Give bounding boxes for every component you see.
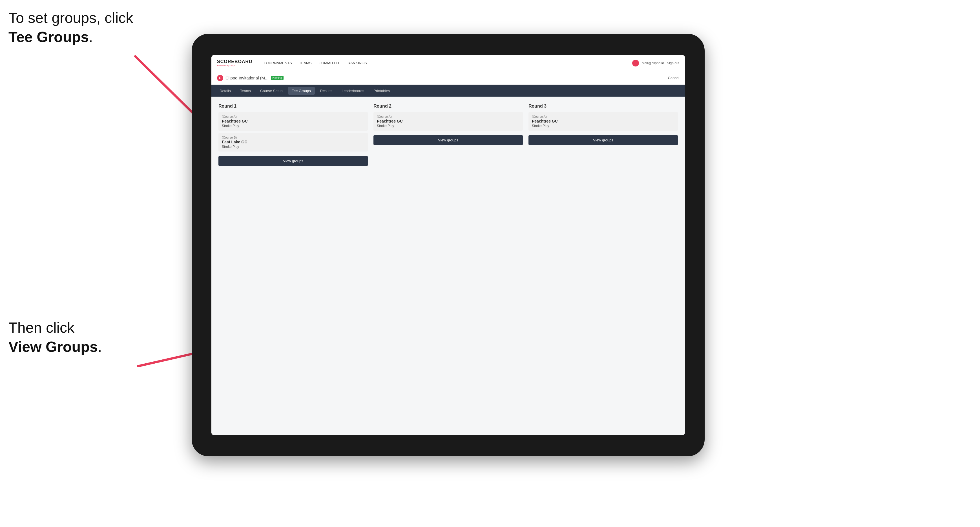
round-2-course-a-name: Peachtree GC <box>377 119 519 123</box>
round-2-view-groups-button[interactable]: View groups <box>374 135 523 145</box>
round-1-course-a: (Course A) Peachtree GC Stroke Play <box>218 112 368 131</box>
c-logo: C <box>217 75 223 81</box>
nav-links: TOURNAMENTS TEAMS COMMITTEE RANKINGS <box>261 60 627 66</box>
round-1-course-b-label: (Course B) <box>222 136 364 139</box>
round-2-course-a-label: (Course A) <box>377 115 519 118</box>
cancel-button[interactable]: Cancel <box>668 76 679 80</box>
round-1-view-groups-button[interactable]: View groups <box>218 156 368 166</box>
logo-text: SCOREBOARD <box>217 59 253 64</box>
tab-tee-groups[interactable]: Tee Groups <box>288 87 315 95</box>
tab-bar: Details Teams Course Setup Tee Groups Re… <box>212 85 685 97</box>
tab-details[interactable]: Details <box>216 87 235 95</box>
nav-rankings[interactable]: RANKINGS <box>345 60 370 66</box>
instruction-line1: To set groups, click <box>8 10 133 26</box>
tab-printables[interactable]: Printables <box>369 87 394 95</box>
round-3-view-groups-button[interactable]: View groups <box>528 135 678 145</box>
top-nav-right: blair@clippd.io Sign out <box>632 60 679 67</box>
tab-course-setup[interactable]: Course Setup <box>256 87 286 95</box>
nav-committee[interactable]: COMMITTEE <box>316 60 344 66</box>
round-1-course-b: (Course B) East Lake GC Stroke Play <box>218 133 368 152</box>
instruction-top: To set groups, click Tee Groups. <box>8 8 133 46</box>
tablet-screen: SCOREBOARD Powered by clippit TOURNAMENT… <box>212 55 685 435</box>
instruction-view-groups: View Groups <box>8 338 98 355</box>
main-content: Round 1 (Course A) Peachtree GC Stroke P… <box>212 97 685 435</box>
round-3-course-a-name: Peachtree GC <box>532 119 675 123</box>
logo-sub: Powered by clippit <box>217 64 253 67</box>
logo-area: SCOREBOARD Powered by clippit <box>217 59 253 67</box>
nav-teams[interactable]: TEAMS <box>296 60 315 66</box>
round-2-column: Round 2 (Course A) Peachtree GC Stroke P… <box>374 104 523 166</box>
round-1-course-a-label: (Course A) <box>222 115 364 118</box>
instruction-line3: Then click <box>8 319 75 336</box>
round-3-course-a: (Course A) Peachtree GC Stroke Play <box>528 112 678 131</box>
nav-tournaments[interactable]: TOURNAMENTS <box>261 60 295 66</box>
round-1-column: Round 1 (Course A) Peachtree GC Stroke P… <box>218 104 368 166</box>
instruction-bottom: Then click View Groups. <box>8 318 102 356</box>
round-1-course-b-format: Stroke Play <box>222 145 364 149</box>
round-1-title: Round 1 <box>218 104 368 109</box>
tournament-bar: C Clippd Invitational (M... Hosting Canc… <box>212 71 685 85</box>
round-3-title: Round 3 <box>528 104 678 109</box>
user-avatar <box>632 60 639 67</box>
round-3-course-a-format: Stroke Play <box>532 124 675 128</box>
tablet-device: SCOREBOARD Powered by clippit TOURNAMENT… <box>192 34 705 456</box>
hosting-badge: Hosting <box>271 76 284 80</box>
tournament-name: Clippd Invitational (M... <box>226 76 269 80</box>
tab-teams[interactable]: Teams <box>236 87 255 95</box>
round-2-course-a: (Course A) Peachtree GC Stroke Play <box>374 112 523 131</box>
round-1-course-b-name: East Lake GC <box>222 140 364 144</box>
instruction-tee-groups: Tee Groups <box>8 29 89 45</box>
round-3-course-a-label: (Course A) <box>532 115 675 118</box>
round-1-course-a-format: Stroke Play <box>222 124 364 128</box>
tab-results[interactable]: Results <box>316 87 336 95</box>
rounds-container: Round 1 (Course A) Peachtree GC Stroke P… <box>218 104 678 166</box>
user-email: blair@clippd.io <box>642 61 664 65</box>
tournament-title: C Clippd Invitational (M... Hosting <box>217 75 283 81</box>
sign-out-link[interactable]: Sign out <box>667 61 679 65</box>
round-2-title: Round 2 <box>374 104 523 109</box>
round-1-course-a-name: Peachtree GC <box>222 119 364 123</box>
tab-leaderboards[interactable]: Leaderboards <box>338 87 368 95</box>
round-3-column: Round 3 (Course A) Peachtree GC Stroke P… <box>528 104 678 166</box>
top-nav: SCOREBOARD Powered by clippit TOURNAMENT… <box>212 55 685 71</box>
round-2-course-a-format: Stroke Play <box>377 124 519 128</box>
